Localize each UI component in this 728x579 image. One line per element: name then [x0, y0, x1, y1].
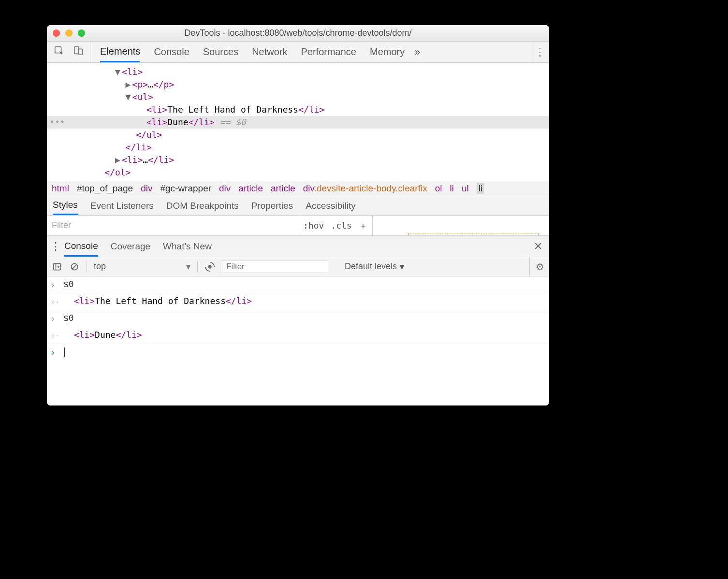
breadcrumb-item[interactable]: li	[450, 183, 453, 194]
dom-tree-line[interactable]: </ul>	[47, 129, 549, 141]
input-chevron-icon: ›	[51, 312, 58, 325]
dom-tree-line[interactable]: </li>	[47, 141, 549, 154]
breadcrumb-item[interactable]: #gc-wrapper	[160, 183, 211, 194]
dom-tree-line[interactable]: ▼<li>	[47, 66, 549, 78]
inspect-element-icon[interactable]	[54, 45, 64, 58]
tab-memory[interactable]: Memory	[370, 42, 405, 62]
drawer-tab-bar: ⋮ ConsoleCoverageWhat's New ✕	[47, 236, 549, 257]
console-prompt-row[interactable]: ›	[47, 344, 549, 361]
console-toolbar: top ▾ Default levels ▾ ⚙	[47, 257, 549, 276]
drawer-close-button[interactable]: ✕	[534, 240, 542, 253]
breadcrumb-item[interactable]: ul	[462, 183, 469, 194]
styles-filter-input[interactable]	[47, 216, 298, 235]
element-classes-button[interactable]: .cls	[331, 220, 351, 231]
dom-tree-line[interactable]: ••• <li>Dune</li> == $0	[47, 116, 549, 129]
console-filter-input[interactable]	[222, 261, 328, 273]
console-output-row: ‹· <li>The Left Hand of Darkness</li>	[47, 293, 549, 310]
dom-tree-line[interactable]: </ol>	[47, 166, 549, 179]
dom-breadcrumb: html#top_of_pagediv#gc-wrapperdivarticle…	[47, 181, 549, 196]
prompt-chevron-icon: ›	[51, 346, 58, 359]
console-context-label: top	[94, 261, 106, 272]
text-cursor	[64, 347, 65, 357]
titlebar: DevTools - localhost:8080/web/tools/chro…	[47, 25, 549, 42]
styles-toggle-group: :hov .cls ＋	[298, 216, 373, 235]
output-chevron-icon: ‹·	[51, 295, 58, 308]
zoom-window-button[interactable]	[78, 29, 85, 37]
console-settings-icon[interactable]: ⚙	[529, 257, 544, 276]
drawer-tab-console[interactable]: Console	[64, 236, 98, 257]
console-context-selector[interactable]: top ▾	[94, 261, 190, 272]
console-output-row: ‹· <li>Dune</li>	[47, 327, 549, 344]
styles-tab-accessibility[interactable]: Accessibility	[306, 196, 355, 215]
caret-down-icon: ▾	[186, 261, 190, 272]
main-menu-button[interactable]: ⋮	[530, 42, 549, 62]
output-chevron-icon: ‹·	[51, 329, 58, 342]
console-row-body: $0	[63, 278, 545, 290]
tab-sources[interactable]: Sources	[203, 42, 238, 62]
styles-tab-styles[interactable]: Styles	[53, 196, 78, 215]
breadcrumb-item[interactable]: ol	[435, 183, 442, 194]
devtools-window: DevTools - localhost:8080/web/tools/chro…	[47, 25, 549, 405]
caret-down-icon: ▾	[400, 261, 404, 272]
tab-performance[interactable]: Performance	[301, 42, 357, 62]
toggle-device-toolbar-icon[interactable]	[73, 45, 84, 58]
toolbar-icon-group	[47, 42, 90, 62]
breadcrumb-item[interactable]: #top_of_page	[77, 183, 133, 194]
svg-point-5	[208, 265, 211, 268]
styles-drawer-tabs: StylesEvent ListenersDOM BreakpointsProp…	[47, 196, 549, 216]
window-controls	[53, 29, 85, 37]
dom-tree-line[interactable]: ▼<ul>	[47, 91, 549, 103]
dom-tree-line[interactable]: ▶<li>…</li>	[47, 154, 549, 166]
breadcrumb-item[interactable]: article	[238, 183, 263, 194]
main-tab-bar: ElementsConsoleSourcesNetworkPerformance…	[47, 42, 549, 63]
styles-tab-dom-breakpoints[interactable]: DOM Breakpoints	[166, 196, 239, 215]
breadcrumb-item[interactable]: article	[271, 183, 295, 194]
styles-filter-bar: :hov .cls ＋	[47, 216, 549, 236]
svg-rect-1	[74, 47, 78, 54]
dom-tree-line[interactable]: ▶<p>…</p>	[47, 78, 549, 91]
styles-tab-properties[interactable]: Properties	[251, 196, 293, 215]
drawer-tab-coverage[interactable]: Coverage	[111, 236, 150, 257]
tab-elements[interactable]: Elements	[100, 42, 140, 62]
tab-network[interactable]: Network	[252, 42, 287, 62]
input-chevron-icon: ›	[51, 278, 58, 291]
force-element-state-button[interactable]: :hov	[303, 220, 324, 231]
minimize-window-button[interactable]	[65, 29, 73, 37]
tab-console[interactable]: Console	[154, 42, 189, 62]
tabs-overflow-button[interactable]: »	[414, 46, 420, 58]
console-row-body	[63, 346, 545, 358]
console-log-area[interactable]: ›$0‹· <li>The Left Hand of Darkness</li>…	[47, 276, 549, 405]
console-row-body: $0	[63, 312, 545, 324]
drawer-tab-what-s-new[interactable]: What's New	[163, 236, 212, 257]
console-row-body: <li>The Left Hand of Darkness</li>	[63, 295, 545, 307]
console-input-row: ›$0	[47, 310, 549, 327]
clear-console-icon[interactable]	[69, 261, 80, 272]
console-sidebar-toggle-icon[interactable]	[52, 261, 62, 272]
svg-rect-2	[78, 49, 82, 55]
console-level-label: Default levels	[345, 261, 397, 272]
breadcrumb-item[interactable]: div.devsite-article-body.clearfix	[303, 183, 427, 194]
window-title: DevTools - localhost:8080/web/tools/chro…	[47, 28, 549, 38]
drawer-menu-button[interactable]: ⋮	[47, 240, 64, 253]
selected-marker-icon: •••	[50, 116, 65, 129]
new-style-rule-button[interactable]: ＋	[359, 220, 367, 232]
breadcrumb-item[interactable]: div	[219, 183, 231, 194]
dom-tree-line[interactable]: <li>The Left Hand of Darkness</li>	[47, 103, 549, 116]
breadcrumb-item[interactable]: div	[141, 183, 152, 194]
elements-dom-tree[interactable]: ▼<li> ▶<p>…</p> ▼<ul> <li>The Left Hand …	[47, 63, 549, 181]
breadcrumb-item[interactable]: html	[52, 183, 69, 194]
console-row-body: <li>Dune</li>	[63, 329, 545, 341]
close-window-button[interactable]	[53, 29, 60, 37]
console-input-row: ›$0	[47, 276, 549, 293]
console-level-selector[interactable]: Default levels ▾	[345, 261, 404, 272]
main-tabs: ElementsConsoleSourcesNetworkPerformance…	[100, 42, 405, 62]
styles-tab-event-listeners[interactable]: Event Listeners	[90, 196, 154, 215]
breadcrumb-item[interactable]: li	[477, 183, 484, 194]
live-expression-icon[interactable]	[204, 261, 215, 272]
